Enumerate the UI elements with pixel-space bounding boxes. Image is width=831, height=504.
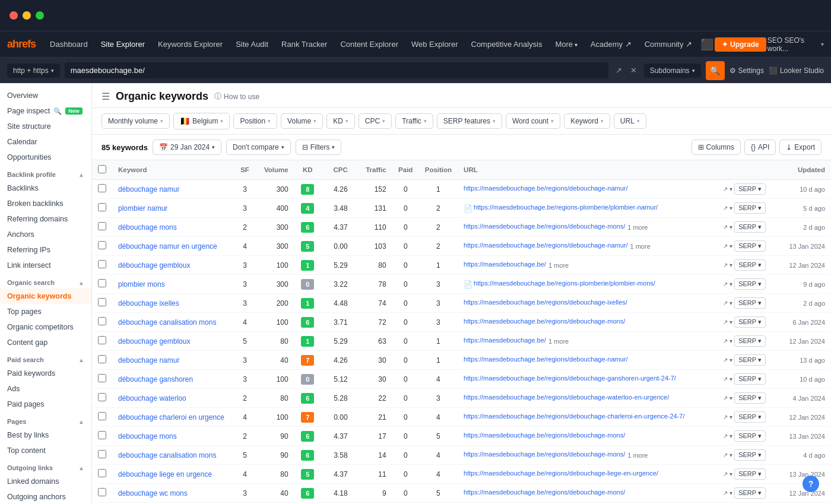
serp-button[interactable]: SERP ▾ <box>734 297 766 309</box>
subdomain-selector[interactable]: Subdomains ▾ <box>644 64 701 78</box>
serp-button[interactable]: SERP ▾ <box>734 202 766 214</box>
nav-site-audit[interactable]: Site Audit <box>230 36 274 52</box>
row-checkbox[interactable] <box>98 450 106 458</box>
filter-word-count[interactable]: Word count ▾ <box>506 113 560 129</box>
more-urls-link[interactable]: 1 more <box>548 262 569 269</box>
filter-position[interactable]: Position ▾ <box>233 113 277 129</box>
header-checkbox[interactable] <box>92 160 112 180</box>
url-link[interactable]: https://maesdebouchage.be/regions-plombe… <box>474 280 655 287</box>
row-checkbox[interactable] <box>98 431 106 439</box>
keyword-link[interactable]: débouchage canalisation mons <box>118 318 216 327</box>
filter-country[interactable]: 🇧🇪 Belgium ▾ <box>173 113 230 129</box>
trend-button[interactable]: ↗ ▾ <box>723 319 732 325</box>
looker-studio-button[interactable]: ⬛ Looker Studio <box>769 66 824 75</box>
header-kd[interactable]: KD <box>294 160 321 180</box>
url-link[interactable]: https://maesdebouchage.be/regions/debouc… <box>464 413 684 420</box>
sidebar-item-organic-competitors[interactable]: Organic competitors <box>0 319 91 335</box>
filter-keyword[interactable]: Keyword ▾ <box>564 113 610 129</box>
date-picker[interactable]: 📅 29 Jan 2024 ▾ <box>153 140 221 155</box>
keyword-link[interactable]: débouchage charleroi en urgence <box>118 413 224 421</box>
maximize-button[interactable] <box>36 11 44 20</box>
filter-kd[interactable]: KD ▾ <box>326 113 355 129</box>
how-to-link[interactable]: ⓘ How to use <box>214 91 259 102</box>
serp-button[interactable]: SERP ▾ <box>734 278 766 290</box>
url-link[interactable]: https://maesdebouchage.be/regions/debouc… <box>464 185 627 192</box>
serp-button[interactable]: SERP ▾ <box>734 259 766 271</box>
organic-collapse-icon[interactable]: ▲ <box>78 280 84 286</box>
keyword-link[interactable]: débouchage namur en urgence <box>118 242 217 251</box>
url-link[interactable]: https://maesdebouchage.be/regions/debouc… <box>464 318 625 325</box>
url-link[interactable]: https://maesdebouchage.be/regions/debouc… <box>464 356 627 363</box>
sidebar-item-broken-backlinks[interactable]: Broken backlinks <box>0 196 91 211</box>
sidebar-item-top-content[interactable]: Top content <box>0 443 91 458</box>
more-urls-link[interactable]: 1 more <box>630 243 651 250</box>
header-keyword[interactable]: Keyword <box>112 160 231 180</box>
url-link[interactable]: https://maesdebouchage.be/regions/debouc… <box>464 242 627 249</box>
url-link[interactable]: https://maesdebouchage.be/regions/debouc… <box>464 299 627 306</box>
clear-icon[interactable]: ✕ <box>628 64 639 77</box>
paid-collapse-icon[interactable]: ▲ <box>78 357 84 363</box>
filter-cpc[interactable]: CPC ▾ <box>359 113 392 129</box>
url-link[interactable]: https://maesdebouchage.be/regions/debouc… <box>464 223 625 230</box>
url-link[interactable]: https://maesdebouchage.be/regions-plombe… <box>474 204 658 211</box>
select-all-checkbox[interactable] <box>98 165 106 173</box>
row-checkbox[interactable] <box>98 222 106 230</box>
trend-button[interactable]: ↗ ▾ <box>723 357 732 363</box>
sidebar-item-referring-domains[interactable]: Referring domains <box>0 211 91 227</box>
row-checkbox[interactable] <box>98 393 106 401</box>
nav-web-explorer[interactable]: Web Explorer <box>405 36 464 52</box>
sidebar-item-content-gap[interactable]: Content gap <box>0 335 91 350</box>
nav-keywords-explorer[interactable]: Keywords Explorer <box>152 36 229 52</box>
serp-button[interactable]: SERP ▾ <box>734 354 766 366</box>
settings-button[interactable]: ⚙ Settings <box>729 66 764 75</box>
more-urls-link[interactable]: 1 more <box>627 224 648 231</box>
sidebar-item-referring-ips[interactable]: Referring IPs <box>0 242 91 258</box>
row-checkbox[interactable] <box>98 298 106 306</box>
serp-button[interactable]: SERP ▾ <box>734 487 766 499</box>
row-checkbox[interactable] <box>98 336 106 344</box>
protocol-selector[interactable]: http + https ▾ <box>7 64 60 78</box>
row-checkbox[interactable] <box>98 203 106 211</box>
sidebar-item-top-pages[interactable]: Top pages <box>0 304 91 319</box>
nav-content-explorer[interactable]: Content Explorer <box>334 36 404 52</box>
filter-traffic[interactable]: Traffic ▾ <box>395 113 433 129</box>
filter-monthly-volume[interactable]: Monthly volume ▾ <box>102 113 170 129</box>
sidebar-item-overview[interactable]: Overview <box>0 88 91 103</box>
row-checkbox[interactable] <box>98 412 106 420</box>
sidebar-item-link-intersect[interactable]: Link intersect <box>0 258 91 273</box>
sidebar-item-calendar[interactable]: Calendar <box>0 134 91 150</box>
row-checkbox[interactable] <box>98 260 106 268</box>
compare-button[interactable]: Don't compare ▾ <box>226 140 291 155</box>
header-position[interactable]: Position <box>419 160 458 180</box>
serp-button[interactable]: SERP ▾ <box>734 430 766 442</box>
trend-button[interactable]: ↗ ▾ <box>723 490 732 496</box>
filter-serp-features[interactable]: SERP features ▾ <box>437 113 502 129</box>
more-urls-link[interactable]: 1 more <box>627 452 648 459</box>
nav-community[interactable]: Community ↗ <box>639 36 698 52</box>
close-button[interactable] <box>9 11 18 20</box>
sidebar-item-opportunities[interactable]: Opportunities <box>0 150 91 165</box>
keyword-link[interactable]: debouchage gembloux <box>118 337 190 345</box>
trend-button[interactable]: ↗ ▾ <box>723 414 732 420</box>
workspace-label[interactable]: SEO SEO's work... <box>767 36 820 53</box>
minimize-button[interactable] <box>23 11 31 20</box>
sidebar-item-paid-keywords[interactable]: Paid keywords <box>0 366 91 381</box>
serp-button[interactable]: SERP ▾ <box>734 316 766 328</box>
export-button[interactable]: ⤓ Export <box>779 140 822 155</box>
more-urls-link[interactable]: 1 more <box>548 338 569 345</box>
help-button[interactable]: ? <box>803 476 819 492</box>
upgrade-button[interactable]: ✦ Upgrade <box>715 37 766 52</box>
keyword-link[interactable]: plombier mons <box>118 280 165 289</box>
nav-academy[interactable]: Academy ↗ <box>585 36 637 52</box>
sidebar-item-backlinks[interactable]: Backlinks <box>0 180 91 196</box>
keyword-link[interactable]: débouchage ixelles <box>118 299 179 308</box>
serp-button[interactable]: SERP ▾ <box>734 411 766 423</box>
keyword-link[interactable]: debouchage mons <box>118 432 177 440</box>
row-checkbox[interactable] <box>98 241 106 249</box>
sidebar-item-outgoing-anchors[interactable]: Outgoing anchors <box>0 489 91 504</box>
keyword-link[interactable]: débouchage gembloux <box>118 261 190 270</box>
monitor-icon[interactable]: ⬛ <box>700 38 713 51</box>
nav-dashboard[interactable]: Dashboard <box>44 36 94 52</box>
trend-button[interactable]: ↗ ▾ <box>723 281 732 287</box>
backlink-collapse-icon[interactable]: ▲ <box>78 172 84 178</box>
